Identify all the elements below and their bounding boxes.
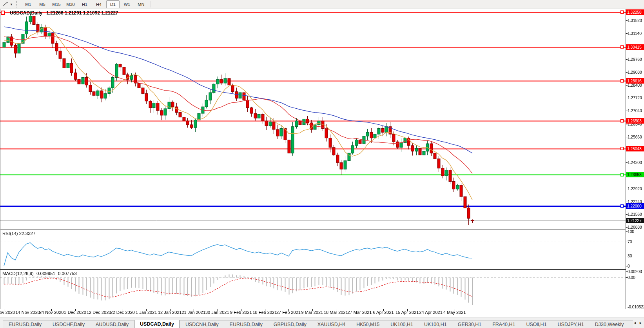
- toolbar-separator: [151, 1, 151, 7]
- date-tick-label: 15 Apr 2021: [395, 310, 419, 315]
- date-tick-label: 14 Nov 2020: [16, 310, 40, 315]
- level-price-badge: 1.25043: [626, 146, 644, 151]
- chevron-down-icon[interactable]: ▼: [10, 3, 13, 6]
- date-tick-label: 9 Feb 2021: [230, 310, 252, 315]
- chart-tab-usoil-h1[interactable]: USOil,H1: [521, 321, 552, 328]
- timeframe-button-m1[interactable]: M1: [22, 0, 35, 8]
- chart-tab-audusd-daily[interactable]: AUDUSD,Daily: [90, 321, 134, 328]
- chart-tab-china300-h1[interactable]: CHINA300,H1: [629, 321, 633, 328]
- timeframe-button-d1[interactable]: D1: [106, 0, 120, 8]
- macd-tick-label: 0.00203: [628, 269, 642, 274]
- timeframe-button-h4[interactable]: H4: [92, 0, 105, 8]
- chart-tab-usdcnh-daily[interactable]: USDCNH,Daily: [180, 321, 224, 328]
- date-tick-label: 4 May 2021: [443, 310, 466, 315]
- date-tick-label: 27 Mar 2021: [348, 310, 372, 315]
- level-price-badge: 1.26503: [626, 118, 644, 124]
- date-tick-label: 12 Jan 2021: [158, 310, 182, 315]
- date-tick-label: 21 Jan 2021: [182, 310, 206, 315]
- chart-tab-xauusd-h4[interactable]: XAUUSD,H4: [312, 321, 351, 328]
- toolbar-grip[interactable]: [16, 1, 19, 7]
- date-tick-label: 18 Mar 2021: [324, 310, 348, 315]
- level-price-badge: 1.32258: [626, 9, 644, 15]
- rsi-indicator-label: RSI(14) 22.3327: [2, 231, 35, 236]
- rsi-tick-label: 70: [628, 239, 632, 244]
- date-tick-label: 22 Dec 2020: [111, 310, 135, 315]
- trendline-anchor-marker[interactable]: [1, 11, 5, 15]
- chart-tabs: EURUSD,DailyUSDCHF,DailyAUDUSD,DailyUSDC…: [3, 320, 633, 328]
- macd-indicator-label: MACD(12,26,9) -0.009951 -0.007753: [2, 271, 77, 276]
- price-tick-label: 1.27720: [628, 95, 642, 100]
- level-price-badge: 1.30415: [626, 44, 644, 50]
- date-tick-label: 18 Feb 2021: [253, 310, 277, 315]
- timeframe-toolbar: ▼ M1M5M15M30H1H4D1W1MN: [0, 0, 644, 9]
- timeframe-button-m5[interactable]: M5: [36, 0, 49, 8]
- chart-tab-bar: EURUSD,DailyUSDCHF,DailyAUDUSD,DailyUSDC…: [0, 317, 644, 328]
- price-tick-label: 1.25660: [628, 135, 642, 139]
- date-tick-label: 30 Jan 2021: [205, 310, 229, 315]
- price-chart-canvas[interactable]: [0, 0, 644, 328]
- timeframe-button-w1[interactable]: W1: [120, 0, 134, 8]
- chart-tab-usdjpy-h1[interactable]: USDJPY,H1: [552, 321, 590, 328]
- level-price-badge: 1.22000: [626, 203, 644, 209]
- macd-tick-label: -0.010522: [628, 304, 644, 309]
- price-tick-label: 1.22920: [628, 186, 642, 191]
- timeframe-button-mn[interactable]: MN: [134, 0, 148, 8]
- macd-tick-label: 0.00: [628, 275, 635, 280]
- price-tick-label: 1.24300: [628, 160, 642, 165]
- timeframe-buttons: M1M5M15M30H1H4D1W1MN: [21, 0, 148, 8]
- price-tick-label: 1.31820: [628, 18, 642, 23]
- chart-tab-usdchf-daily[interactable]: USDCHF,Daily: [47, 321, 90, 328]
- date-tick-label: 24 Nov 2020: [39, 310, 63, 315]
- price-tick-label: 1.29760: [628, 57, 642, 62]
- crosshair-tool-icon[interactable]: [1, 1, 10, 8]
- rsi-tick-label: 100: [628, 229, 634, 234]
- price-tick-label: 1.27040: [628, 108, 642, 113]
- chart-tab-eurusd-daily[interactable]: EURUSD,Daily: [224, 321, 268, 328]
- date-tick-label: 9 Mar 2021: [301, 310, 323, 315]
- chart-tab-uk100-h1[interactable]: UK100,H1: [385, 321, 419, 328]
- chart-tab-ger30-h1[interactable]: GER30,H1: [452, 321, 487, 328]
- price-tick-label: 1.21560: [628, 212, 642, 217]
- rsi-tick-label: 30: [628, 253, 632, 258]
- timeframe-button-h1[interactable]: H1: [78, 0, 91, 8]
- date-tick-label: 27 Feb 2021: [276, 310, 301, 315]
- mt4-window: ▼ M1M5M15M30H1H4D1W1MN ▼ USDCAD,Daily 1.…: [0, 0, 644, 328]
- level-price-badge: 1.28616: [626, 78, 644, 84]
- timeframe-button-m30[interactable]: M30: [64, 0, 77, 8]
- date-tick-label: 3 Dec 2020: [64, 310, 86, 315]
- tab-scroll-right-icon[interactable]: ►: [639, 321, 642, 325]
- price-tick-label: 1.29080: [628, 70, 642, 75]
- chart-symbol-label: USDCAD,Daily: [10, 10, 42, 16]
- chart-tab-hk50-m15[interactable]: HK50,M15: [351, 321, 385, 328]
- rsi-tick-label: 0: [628, 264, 630, 268]
- date-tick-label: 24 Apr 2021: [419, 310, 443, 315]
- tab-scroll-left-icon[interactable]: ◄: [633, 321, 637, 325]
- timeframe-button-m15[interactable]: M15: [50, 0, 63, 8]
- chart-tab-eurusd-daily[interactable]: EURUSD,Daily: [3, 321, 47, 328]
- current-price-badge: 1.21227: [626, 218, 644, 223]
- chart-title: ▼ USDCAD,Daily 1.21266 1.21291 1.21092 1…: [2, 10, 118, 16]
- price-tick-label: 1.31140: [628, 31, 642, 36]
- chart-tab-gbpusd-daily[interactable]: GBPUSD,Daily: [268, 321, 312, 328]
- level-price-badge: 1.23653: [626, 172, 644, 177]
- date-tick-label: 5 Nov 2020: [0, 310, 15, 315]
- chart-tab-uk100-h1[interactable]: UK100,H1: [419, 321, 452, 328]
- tab-scroll-arrows: ◄ ►: [633, 321, 642, 325]
- chart-ohlc-values: 1.21266 1.21291 1.21092 1.21227: [46, 10, 118, 16]
- date-tick-label: 1 Jan 2021: [136, 310, 157, 315]
- chart-tab-dj30-weekly[interactable]: DJ30,Weekly: [590, 321, 629, 328]
- date-tick-label: 6 Apr 2021: [373, 310, 394, 315]
- chart-tab-usdcad-daily[interactable]: USDCAD,Daily: [134, 320, 180, 328]
- date-tick-label: 12 Dec 2020: [87, 310, 111, 315]
- chart-tab-fra40-h1[interactable]: FRA40,H1: [487, 321, 521, 328]
